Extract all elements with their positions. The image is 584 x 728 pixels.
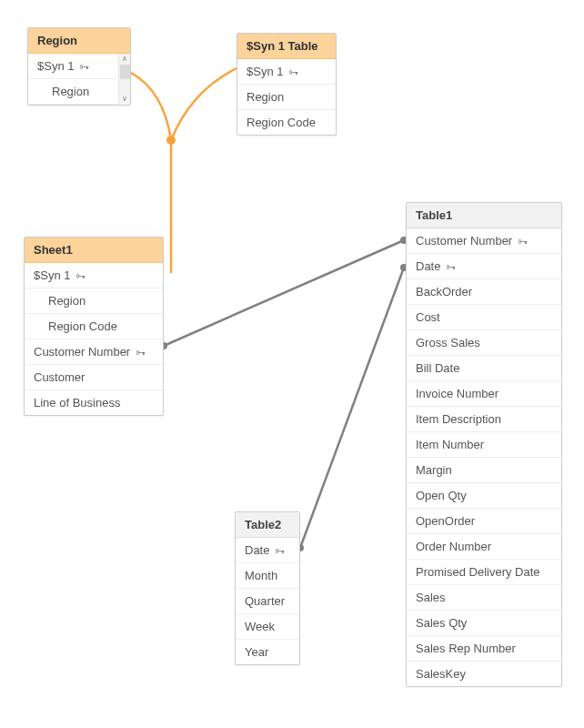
field-row[interactable]: Region <box>28 79 117 105</box>
field-row[interactable]: Invoice Number <box>407 381 561 407</box>
field-label: Line of Business <box>34 396 120 410</box>
field-row[interactable]: Year <box>236 640 299 664</box>
field-label: Bill Date <box>416 361 459 375</box>
field-row[interactable]: Gross Sales <box>407 330 561 356</box>
scroll-up-icon[interactable]: ∧ <box>122 54 127 65</box>
table-header[interactable]: Region <box>28 28 130 54</box>
scroll-thumb[interactable] <box>120 65 130 79</box>
table-table2[interactable]: Table2 Date 🗝 Month Quarter Week Year <box>235 511 300 665</box>
field-row[interactable]: Customer Number 🗝 <box>407 228 561 254</box>
field-row[interactable]: Region <box>237 85 336 110</box>
junction-node <box>166 136 176 145</box>
data-model-canvas[interactable]: Region $Syn 1 🗝 Region ∧ ∨ $Syn 1 Table … <box>0 0 584 728</box>
table-title: Region <box>37 34 77 47</box>
key-icon: 🗝 <box>275 545 285 556</box>
field-label: Sales Rep Number <box>416 642 516 655</box>
link-table2-table1 <box>300 268 404 548</box>
key-icon: 🗝 <box>518 236 528 247</box>
field-row[interactable]: Open Qty <box>407 483 561 509</box>
table-header[interactable]: Table1 <box>407 203 561 228</box>
key-icon: 🗝 <box>76 270 86 281</box>
field-row[interactable]: Bill Date <box>407 356 561 381</box>
table-title: Table2 <box>245 518 281 531</box>
field-row[interactable]: OpenOrder <box>407 509 561 534</box>
field-row[interactable]: Order Number <box>407 534 561 560</box>
field-row[interactable]: Customer <box>25 365 163 390</box>
table-table1[interactable]: Table1 Customer Number 🗝 Date 🗝 BackOrde… <box>406 202 562 687</box>
table-region[interactable]: Region $Syn 1 🗝 Region ∧ ∨ <box>27 27 131 106</box>
field-label: Gross Sales <box>416 336 480 349</box>
field-row[interactable]: Date 🗝 <box>236 538 299 563</box>
field-label: Item Description <box>416 412 501 426</box>
table-sheet1[interactable]: Sheet1 $Syn 1 🗝 Region Region Code Custo… <box>24 237 164 416</box>
field-label: Quarter <box>245 594 285 608</box>
field-row[interactable]: Margin <box>407 458 561 483</box>
field-label: Week <box>245 620 275 633</box>
key-icon: 🗝 <box>79 61 89 72</box>
field-row[interactable]: Month <box>236 563 299 589</box>
field-label: $Syn 1 <box>247 65 283 78</box>
field-row[interactable]: $Syn 1 🗝 <box>237 59 336 85</box>
field-row[interactable]: Line of Business <box>25 390 163 415</box>
field-label: $Syn 1 <box>37 59 74 73</box>
field-label: Open Qty <box>416 489 467 502</box>
table-title: Sheet1 <box>34 243 73 257</box>
field-row[interactable]: Region <box>25 288 163 314</box>
field-row[interactable]: Promised Delivery Date <box>407 560 561 585</box>
field-row[interactable]: Region Code <box>237 110 336 135</box>
field-row[interactable]: Item Description <box>407 407 561 432</box>
field-label: Item Number <box>416 438 484 451</box>
field-label: Region Code <box>48 319 117 333</box>
field-row[interactable]: Cost <box>407 305 561 330</box>
field-label: Order Number <box>416 540 491 553</box>
field-label: Date <box>245 543 269 557</box>
field-label: Region <box>52 85 89 98</box>
scroll-down-icon[interactable]: ∨ <box>122 94 127 105</box>
field-label: Customer Number <box>416 234 512 248</box>
field-row[interactable]: Sales <box>407 585 561 611</box>
field-row[interactable]: Item Number <box>407 432 561 458</box>
link-sheet1-table1 <box>164 240 404 346</box>
field-row[interactable]: Sales Rep Number <box>407 636 561 662</box>
field-label: Sales <box>416 591 446 604</box>
field-row[interactable]: Customer Number 🗝 <box>25 339 163 365</box>
field-row[interactable]: Week <box>236 614 299 640</box>
field-label: Year <box>245 645 268 659</box>
table-header[interactable]: $Syn 1 Table <box>237 34 336 59</box>
field-label: SalesKey <box>416 667 466 681</box>
field-row[interactable]: Sales Qty <box>407 611 561 636</box>
table-header[interactable]: Sheet1 <box>25 238 163 263</box>
field-label: Cost <box>416 310 440 324</box>
field-label: Invoice Number <box>416 387 498 400</box>
scrollbar[interactable]: ∧ ∨ <box>118 54 130 105</box>
field-label: Region <box>247 90 284 104</box>
field-row[interactable]: SalesKey <box>407 662 561 686</box>
field-label: Promised Delivery Date <box>416 565 540 579</box>
field-row[interactable]: $Syn 1 🗝 <box>25 263 163 288</box>
field-row[interactable]: BackOrder <box>407 279 561 305</box>
link-syn1table-syn <box>171 68 237 140</box>
field-label: Margin <box>416 463 452 477</box>
field-label: Date <box>416 259 440 273</box>
table-header[interactable]: Table2 <box>236 512 299 538</box>
field-label: Month <box>245 569 277 582</box>
field-label: Region <box>48 294 86 308</box>
field-row[interactable]: $Syn 1 🗝 <box>28 54 117 79</box>
field-row[interactable]: Region Code <box>25 314 163 339</box>
field-label: Customer Number <box>34 345 130 359</box>
key-icon: 🗝 <box>288 66 298 77</box>
table-syn1[interactable]: $Syn 1 Table $Syn 1 🗝 Region Region Code <box>237 33 337 136</box>
key-icon: 🗝 <box>136 347 146 358</box>
field-label: BackOrder <box>416 285 472 298</box>
field-label: Sales Qty <box>416 616 467 630</box>
table-title: $Syn 1 Table <box>247 39 318 53</box>
field-row[interactable]: Date 🗝 <box>407 254 561 279</box>
field-label: OpenOrder <box>416 514 475 528</box>
field-row[interactable]: Quarter <box>236 589 299 614</box>
key-icon: 🗝 <box>446 261 456 272</box>
field-label: Region Code <box>247 116 316 129</box>
field-label: $Syn 1 <box>34 268 70 282</box>
table-title: Table1 <box>416 208 452 222</box>
field-label: Customer <box>34 370 85 384</box>
link-region-syn <box>131 73 171 140</box>
